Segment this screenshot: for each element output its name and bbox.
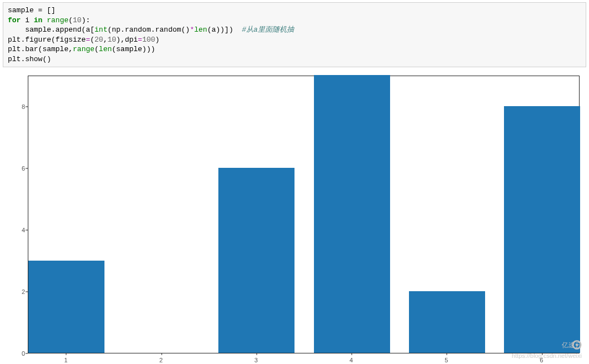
y-tick-mark [26,106,28,107]
chart-bar [409,291,485,353]
x-tick-mark [542,353,542,355]
y-tick-mark [26,168,28,168]
code-line-1: sample = [] [8,6,56,14]
x-tick-mark [352,353,352,355]
y-tick-label: 4 [3,227,25,233]
x-tick-mark [256,353,257,355]
x-tick-label: 2 [159,357,163,363]
x-tick-label: 6 [540,357,543,363]
x-tick-label: 1 [64,357,67,363]
y-tick-mark [26,353,28,354]
chart-bar [504,106,580,353]
y-tick-label: 0 [3,350,25,357]
y-tick-mark [26,230,28,231]
chart-bar [218,168,294,353]
chart-bar [28,261,104,353]
code-cell: sample = [] for i in range(10): sample.a… [3,2,586,67]
code-line-2: for i in range(10): [8,16,90,24]
x-tick-label: 3 [254,357,258,363]
y-tick-label: 8 [3,103,25,110]
x-tick-mark [161,353,162,355]
x-tick-label: 5 [445,357,448,363]
y-tick-mark [26,292,28,292]
x-tick-mark [66,353,67,355]
y-tick-label: 6 [3,165,25,172]
code-line-4: plt.figure(figsize=(20,10),dpi=100) [8,36,159,44]
x-tick-mark [447,353,447,355]
code-line-6: plt.show() [8,55,51,63]
plot-area [28,76,580,353]
chart-bar [314,75,390,353]
code-line-3: sample.append(a[int(np.random.random()*l… [8,26,294,34]
y-tick-label: 2 [3,288,25,295]
chart-output: https://blog.csdn.net/weixi ⊙ 亿速云 024681… [3,69,586,364]
x-tick-label: 4 [350,357,353,363]
code-line-5: plt.bar(sample,range(len(sample))) [8,45,155,53]
